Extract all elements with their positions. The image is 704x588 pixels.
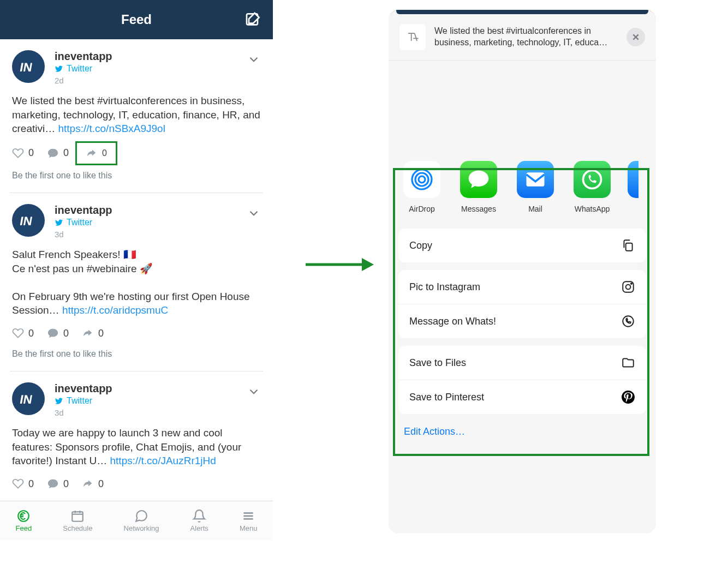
post-link[interactable]: https://t.co/nSBxA9J9ol	[58, 123, 165, 134]
post-link[interactable]: https://t.co/JAuzRr1jHd	[110, 455, 216, 466]
post-menu-chevron-icon[interactable]	[247, 52, 261, 67]
post-link[interactable]: https://t.co/aridcpsmuC	[62, 304, 168, 316]
post-username[interactable]: ineventapp	[55, 50, 241, 63]
twitter-icon	[55, 218, 63, 227]
share-app-mail[interactable]: Mail	[514, 161, 557, 213]
page-title: Feed	[121, 12, 152, 27]
svg-marker-13	[362, 258, 374, 271]
share-app-whatsapp[interactable]: WhatsApp	[571, 161, 613, 213]
svg-point-20	[583, 171, 601, 189]
tab-schedule[interactable]: Schedule	[63, 509, 92, 532]
comment-icon	[47, 327, 59, 339]
avatar[interactable]: IN	[12, 382, 45, 415]
share-header: We listed the best #virtualconferences i…	[389, 14, 656, 61]
tab-feed[interactable]: Feed	[16, 509, 32, 532]
post-source[interactable]: Twitter	[55, 64, 241, 74]
edit-actions-link[interactable]: Edit Actions…	[389, 422, 656, 448]
bell-icon	[192, 509, 206, 523]
share-summary-text: We listed the best #virtualconferences i…	[434, 26, 618, 49]
whatsapp-icon	[580, 167, 604, 191]
feed-header: Feed	[0, 0, 273, 39]
heart-icon	[12, 147, 24, 159]
chat-icon	[134, 509, 148, 523]
tab-menu[interactable]: Menu	[240, 509, 258, 532]
airdrop-icon	[409, 166, 435, 193]
comment-icon	[47, 478, 59, 490]
avatar[interactable]: IN	[12, 204, 45, 237]
twitter-icon	[55, 64, 63, 73]
twitter-icon	[55, 397, 63, 405]
flow-arrow-icon	[303, 254, 374, 275]
svg-rect-19	[527, 172, 545, 187]
post-age: 3d	[55, 408, 241, 417]
comment-button[interactable]: 0	[47, 478, 69, 490]
svg-text:IN: IN	[19, 60, 33, 74]
feed-post: IN ineventapp Twitter 3d Salut French Sp…	[0, 193, 273, 371]
post-body: Salut French Speakers! 🇫🇷 Ce n'est pas u…	[12, 248, 261, 317]
compose-button[interactable]	[244, 11, 262, 28]
post-source[interactable]: Twitter	[55, 218, 241, 227]
tab-alerts[interactable]: Alerts	[190, 509, 208, 532]
like-button[interactable]: 0	[12, 478, 34, 490]
messages-icon	[467, 167, 491, 191]
share-button[interactable]: 0	[82, 327, 104, 339]
share-sheet-screen: We listed the best #virtualconferences i…	[389, 10, 656, 533]
share-app-messages[interactable]: Messages	[457, 161, 500, 213]
share-action-instagram[interactable]: Pic to Instagram	[398, 270, 646, 304]
bottom-tab-bar: Feed Schedule Networking Alerts Menu	[0, 501, 273, 540]
like-note: Be the first one to like this	[12, 171, 261, 188]
share-actions-list: Copy Pic to Instagram Message on Whats! …	[398, 229, 646, 414]
close-icon	[631, 33, 640, 41]
feed-list: IN ineventapp Twitter 2d We listed the b…	[0, 39, 273, 503]
heart-icon	[12, 478, 24, 490]
post-body: Today we are happy to launch 3 new and c…	[12, 426, 261, 468]
svg-point-17	[415, 173, 428, 186]
text-content-icon	[399, 24, 426, 50]
comment-button[interactable]: 0	[47, 327, 69, 339]
svg-point-16	[419, 176, 425, 183]
post-body: We listed the best #virtualconferences i…	[12, 94, 261, 136]
share-app-more[interactable]	[628, 161, 639, 213]
post-username[interactable]: ineventapp	[55, 382, 241, 395]
svg-point-24	[631, 283, 632, 284]
share-button[interactable]: 0	[82, 478, 104, 490]
comment-button[interactable]: 0	[47, 147, 69, 159]
pinterest-icon	[621, 390, 635, 404]
post-source[interactable]: Twitter	[55, 396, 241, 406]
share-action-files[interactable]: Save to Files	[398, 346, 646, 380]
tab-networking[interactable]: Networking	[124, 509, 159, 532]
share-action-pinterest[interactable]: Save to Pinterest	[398, 380, 646, 414]
svg-text:IN: IN	[19, 392, 33, 406]
like-button[interactable]: 0	[12, 147, 34, 159]
svg-point-23	[626, 285, 631, 290]
calendar-icon	[70, 509, 85, 523]
post-username[interactable]: ineventapp	[55, 204, 241, 217]
svg-text:IN: IN	[19, 214, 33, 228]
share-action-whats[interactable]: Message on Whats!	[398, 304, 646, 338]
copy-icon	[621, 238, 635, 253]
share-icon	[82, 327, 94, 339]
post-menu-chevron-icon[interactable]	[247, 206, 261, 220]
share-app-airdrop[interactable]: AirDrop	[401, 161, 443, 213]
instagram-icon	[621, 280, 635, 294]
close-button[interactable]	[627, 28, 645, 46]
share-button-highlighted[interactable]: 0	[75, 141, 117, 165]
post-age: 2d	[55, 76, 241, 85]
share-icon	[86, 147, 98, 159]
svg-rect-21	[626, 243, 633, 251]
euro-icon	[16, 509, 31, 523]
feed-post: IN ineventapp Twitter 2d We listed the b…	[0, 39, 273, 193]
share-icon	[82, 478, 94, 490]
post-menu-chevron-icon[interactable]	[247, 385, 261, 399]
compose-icon	[244, 11, 262, 28]
like-note: Be the first one to like this	[12, 349, 261, 367]
comment-icon	[47, 147, 59, 159]
mail-icon	[523, 167, 547, 191]
menu-icon	[241, 509, 255, 523]
like-button[interactable]: 0	[12, 327, 34, 339]
feed-screen: Feed IN ineventapp Twitter 2d	[0, 0, 273, 540]
whatsapp-outline-icon	[621, 314, 635, 328]
avatar[interactable]: IN	[12, 50, 45, 83]
share-apps-row: AirDrop Messages Mail WhatsApp	[389, 148, 656, 219]
share-action-copy[interactable]: Copy	[398, 229, 646, 262]
